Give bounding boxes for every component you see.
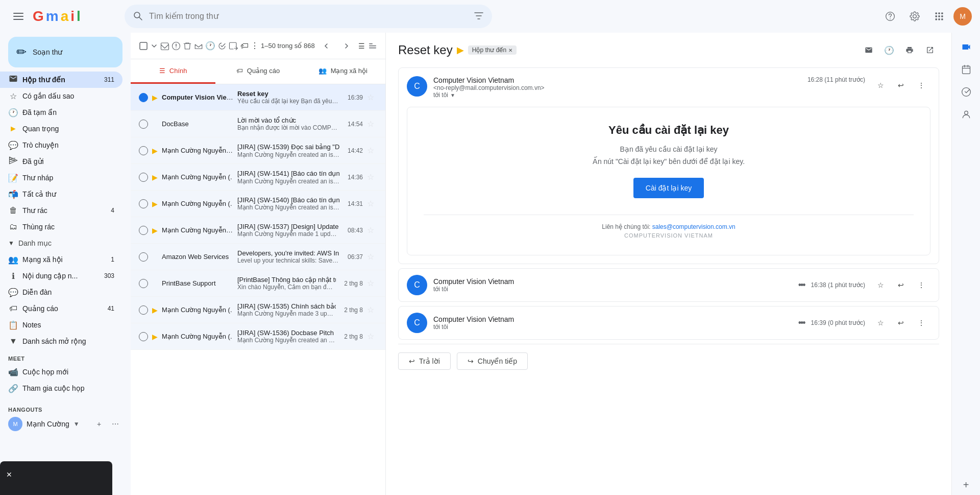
contact-email-link[interactable]: sales@computervision.com.vn	[652, 223, 736, 230]
email-checkbox[interactable]	[139, 305, 148, 315]
report-spam-button[interactable]	[172, 37, 181, 55]
table-row[interactable]: ▶ Amazon Web Services Developers, you're…	[131, 244, 385, 270]
star-icon[interactable]: ☆	[367, 199, 377, 208]
archive-button[interactable]	[160, 37, 169, 55]
sidebar-item-bin[interactable]: 🗂 Thùng rác	[0, 219, 122, 235]
sidebar-item-snoozed[interactable]: 🕐 Đã tạm ẩn	[0, 104, 122, 121]
reset-key-button[interactable]: Cài đặt lại key	[633, 178, 704, 198]
sidebar-item-drafts[interactable]: 📝 Thư nháp	[0, 170, 122, 186]
move-button[interactable]	[229, 37, 238, 55]
next-page-button[interactable]	[337, 37, 356, 55]
tab-chinh[interactable]: ☰ Chính	[131, 59, 215, 84]
sidebar-item-notes[interactable]: 📋 Notes	[0, 317, 122, 333]
list-view-button[interactable]: ☰	[358, 37, 366, 55]
right-panel-contacts-button[interactable]	[956, 104, 976, 125]
filter-icon[interactable]	[474, 11, 484, 22]
table-row[interactable]: ▶ Mạnh Cường Nguyễn... 2 [JIRA] (SW-1539…	[131, 137, 385, 164]
sidebar-item-allmail[interactable]: 📬 Tất cả thư	[0, 186, 122, 202]
table-row[interactable]: ▶ Mạnh Cường Nguyễn (. [JIRA] (SW-1536) …	[131, 323, 385, 350]
select-all-button[interactable]	[139, 37, 148, 55]
table-row[interactable]: ▶ PrintBase Support [PrintBase] Thông bá…	[131, 270, 385, 297]
star-icon[interactable]: ☆	[367, 305, 377, 315]
star-collapsed-button-3[interactable]: ☆	[871, 314, 890, 332]
tab-mangxahoi[interactable]: 👥 Mạng xã hội	[301, 59, 385, 84]
more-collapsed-button[interactable]: ⋮	[912, 276, 930, 294]
star-icon[interactable]: ☆	[367, 332, 377, 341]
tab-quangcao[interactable]: 🏷 Quảng cáo	[215, 59, 300, 84]
hangout-options-button[interactable]: ⋯	[108, 417, 122, 431]
mark-read-button[interactable]	[194, 37, 203, 55]
sidebar-item-sent[interactable]: Đã gửi	[0, 153, 122, 170]
reply-collapsed-button[interactable]: ↩	[892, 276, 910, 294]
star-message-button[interactable]: ☆	[871, 76, 890, 95]
labels-button[interactable]: 🏷	[240, 37, 248, 55]
right-panel-meet-button[interactable]	[956, 37, 976, 57]
categories-header[interactable]: ▼ Danh mục	[0, 235, 131, 251]
sidebar-item-social[interactable]: 👥 Mạng xã hội 1	[0, 251, 122, 268]
avatar[interactable]: M	[953, 7, 972, 26]
important-marker-icon[interactable]: ▶	[152, 120, 158, 128]
close-tag-button[interactable]: ✕	[508, 48, 512, 53]
important-marker-icon[interactable]: ▶	[152, 147, 158, 155]
star-icon[interactable]: ☆	[367, 252, 377, 262]
snooze-button[interactable]: 🕐	[205, 37, 215, 55]
table-row[interactable]: ▶ Mạnh Cường Nguyễn (. [JIRA] (SW-1541) …	[131, 164, 385, 191]
search-icon[interactable]	[133, 11, 143, 22]
sidebar-expand-button[interactable]: ▼ Danh sách mở rộng	[0, 333, 122, 349]
more-actions-button[interactable]: ⋮	[251, 37, 259, 55]
email-checkbox[interactable]	[139, 199, 148, 208]
add-tasks-button[interactable]	[217, 37, 227, 55]
table-row[interactable]: ▶ Mạnh Cường Nguyễn (. [JIRA] (SW-1540) …	[131, 191, 385, 217]
email-checkbox[interactable]	[139, 279, 148, 288]
forward-button[interactable]: ↪ Chuyển tiếp	[457, 352, 528, 370]
email-checkbox[interactable]	[139, 120, 148, 129]
settings-list-button[interactable]	[368, 37, 377, 55]
switch-banner-close[interactable]: ✕	[0, 465, 112, 495]
more-message-button[interactable]: ⋮	[912, 76, 930, 95]
reply-button[interactable]: ↩ Trả lời	[398, 352, 451, 370]
important-marker-icon[interactable]: ▶	[152, 333, 158, 341]
table-row[interactable]: ▶ Computer Vision Vie. 3 Reset key Yêu c…	[131, 84, 385, 111]
email-checkbox[interactable]	[139, 93, 148, 102]
search-input[interactable]	[149, 12, 468, 21]
table-row[interactable]: ▶ Mạnh Cường Nguyễn (. 2 [JIRA] (SW-1537…	[131, 217, 385, 244]
email-checkbox[interactable]	[139, 252, 148, 262]
important-marker-icon[interactable]: ▶	[152, 93, 158, 102]
sidebar-item-promotions[interactable]: 🏷 Quảng cáo 41	[0, 300, 122, 317]
email-checkbox[interactable]	[139, 332, 148, 341]
open-new-window-button[interactable]	[921, 41, 939, 59]
sidebar-item-updates[interactable]: ℹ Nội dung cập n... 303	[0, 268, 122, 284]
apps-button[interactable]	[929, 6, 949, 27]
sidebar-item-inbox[interactable]: Hộp thư đến 311	[0, 72, 122, 88]
table-row[interactable]: ▶ DocBase Lời mời vào tổ chức Bạn nhận đ…	[131, 111, 385, 137]
right-panel-tasks-button[interactable]	[956, 82, 976, 102]
hangout-chevron-icon[interactable]: ▼	[74, 420, 80, 428]
collapsed-email-message[interactable]: C Computer Vision Vietnam tới tôi ••• 16…	[398, 268, 939, 302]
right-panel-calendar-button[interactable]	[956, 59, 976, 80]
sidebar-item-new-meeting[interactable]: 📹 Cuộc họp mới	[0, 364, 122, 380]
star-icon[interactable]: ☆	[367, 278, 377, 288]
email-checkbox[interactable]	[139, 173, 148, 182]
star-icon[interactable]: ☆	[367, 92, 377, 102]
sidebar-item-join-meeting[interactable]: 🔗 Tham gia cuộc họp	[0, 380, 122, 396]
delete-button[interactable]	[183, 37, 192, 55]
important-marker-icon[interactable]: ▶	[152, 226, 158, 234]
important-marker-icon[interactable]: ▶	[152, 279, 158, 288]
settings-button[interactable]	[904, 6, 925, 27]
sidebar-item-chats[interactable]: 💬 Trò chuyện	[0, 137, 122, 153]
important-marker-icon[interactable]: ▶	[152, 306, 158, 314]
print-button[interactable]	[900, 41, 919, 59]
reply-message-button[interactable]: ↩	[892, 76, 910, 95]
compose-button[interactable]: ✏ Soạn thư	[8, 37, 122, 67]
snooze-detail-button[interactable]: 🕐	[880, 41, 898, 59]
move-to-inbox-button[interactable]	[860, 41, 878, 59]
important-marker-icon[interactable]: ▶	[152, 253, 158, 261]
important-marker-icon[interactable]: ▶	[152, 200, 158, 208]
sidebar-item-forums[interactable]: 💬 Diễn đàn	[0, 284, 122, 300]
hangout-add-button[interactable]: +	[92, 417, 106, 431]
email-checkbox[interactable]	[139, 146, 148, 155]
important-marker-icon[interactable]: ▶	[152, 173, 158, 181]
sidebar-item-starred[interactable]: ☆ Có gắn dấu sao	[0, 88, 122, 104]
menu-button[interactable]	[8, 6, 29, 27]
star-icon[interactable]: ☆	[367, 119, 377, 129]
